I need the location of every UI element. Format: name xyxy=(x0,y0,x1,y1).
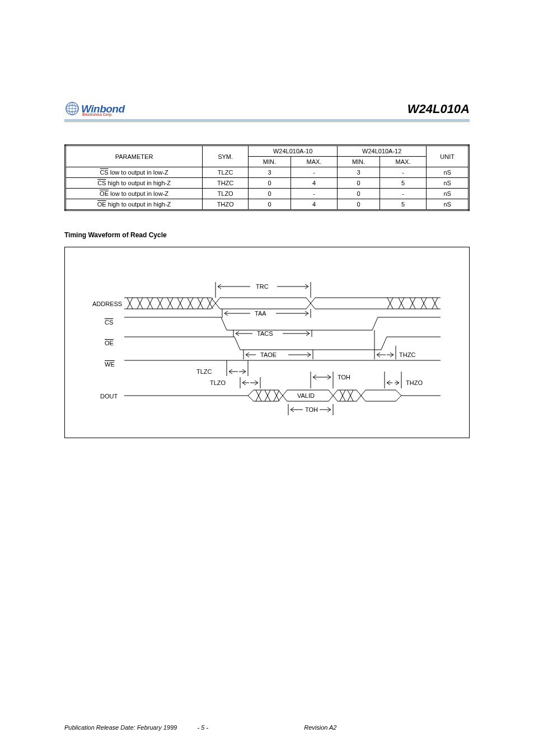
part-number: W24L010A xyxy=(64,102,470,116)
taa-dim xyxy=(222,309,311,318)
svg-line-25 xyxy=(211,298,216,303)
svg-line-111 xyxy=(333,390,338,396)
cell-max: 4 xyxy=(291,178,337,189)
cell-label: OE high to output in high-Z xyxy=(65,199,203,210)
tlzc-label: TLZC xyxy=(196,368,212,375)
th-p10: W24L010A-10 xyxy=(249,145,338,157)
svg-line-34 xyxy=(311,303,315,309)
svg-line-106 xyxy=(283,396,287,401)
tlzo-label: TLZO xyxy=(210,379,226,386)
svg-line-63 xyxy=(235,337,240,350)
header-rule xyxy=(64,120,470,120)
tacs-label: TACS xyxy=(257,330,273,337)
valid-label: VALID xyxy=(297,392,315,399)
cell-max: - xyxy=(380,189,426,199)
cell-unit: nS xyxy=(427,167,469,178)
cell-min: 0 xyxy=(338,189,380,199)
tlzo-dim xyxy=(240,377,260,388)
cell-unit: nS xyxy=(427,178,469,189)
th-p12: W24L010A-12 xyxy=(338,145,427,157)
th-parameter: PARAMETER xyxy=(65,145,203,167)
signal-label-we: WE xyxy=(105,361,115,368)
cell-sym: THZO xyxy=(203,199,249,210)
svg-line-33 xyxy=(311,298,315,303)
svg-line-94 xyxy=(248,396,254,401)
taa-label: TAA xyxy=(255,310,266,317)
svg-line-27 xyxy=(216,298,220,303)
signal-label-oe: OE xyxy=(105,340,114,346)
footer-page: - 5 - Revision A2 xyxy=(0,724,534,731)
thzo-label: THZO xyxy=(406,379,423,386)
header-block: Winbond Electronics Corp. W24L010A xyxy=(64,101,470,122)
svg-line-126 xyxy=(396,396,401,401)
oe-waveform xyxy=(124,337,441,350)
cell-max: - xyxy=(291,189,337,199)
timing-diagram: ADDRESS xyxy=(64,247,470,438)
cell-max: - xyxy=(380,167,426,178)
taoe-label: TAOE xyxy=(260,351,277,358)
cell-label: CS high to output in high-Z xyxy=(65,178,203,189)
cell-min: 0 xyxy=(338,178,380,189)
svg-line-122 xyxy=(361,396,366,401)
th-max: MAX. xyxy=(380,157,426,167)
svg-line-54 xyxy=(221,317,227,330)
address-waveform xyxy=(124,298,441,309)
svg-line-119 xyxy=(357,390,361,396)
cell-min: 3 xyxy=(338,167,380,178)
svg-line-103 xyxy=(278,390,283,396)
svg-line-110 xyxy=(329,396,333,401)
cell-sym: TLZO xyxy=(203,189,249,199)
globe-icon xyxy=(64,101,80,116)
cell-min: 3 xyxy=(249,167,291,178)
cell-unit: nS xyxy=(427,189,469,199)
cell-label: OE low to output in low-Z xyxy=(65,189,203,199)
cell-min: 0 xyxy=(249,199,291,210)
cs-waveform xyxy=(124,317,441,330)
th-min: MIN. xyxy=(338,157,380,167)
svg-line-105 xyxy=(283,390,287,396)
cell-max: 4 xyxy=(291,199,337,210)
trc-label: TRC xyxy=(256,283,269,290)
cell-max: 5 xyxy=(380,199,426,210)
table-row: CS low to output in low-Z TLZC 3 - 3 - n… xyxy=(65,167,469,178)
thzo-dim xyxy=(385,372,401,388)
th-sym: SYM. xyxy=(203,145,249,167)
parameter-table: PARAMETER SYM. W24L010A-10 W24L010A-12 U… xyxy=(64,144,470,211)
signal-label-dout: DOUT xyxy=(100,393,118,400)
toh-label: TOH xyxy=(338,374,350,381)
cell-unit: nS xyxy=(427,199,469,210)
svg-line-104 xyxy=(278,396,283,401)
table-row: CS high to output in high-Z THZC 0 4 0 5… xyxy=(65,178,469,189)
thzc-label: THZC xyxy=(399,351,415,358)
table-row: OE low to output in low-Z TLZO 0 - 0 - n… xyxy=(65,189,469,199)
svg-line-28 xyxy=(216,303,220,309)
cell-max: 5 xyxy=(380,178,426,189)
svg-line-109 xyxy=(329,390,333,396)
table-row: OE high to output in high-Z THZO 0 4 0 5… xyxy=(65,199,469,210)
svg-line-121 xyxy=(361,390,366,396)
svg-line-93 xyxy=(248,390,254,396)
svg-line-65 xyxy=(381,337,387,350)
section-title: Timing Waveform of Read Cycle xyxy=(64,231,470,239)
th-min: MIN. xyxy=(249,157,291,167)
cell-label: CS low to output in low-Z xyxy=(65,167,203,178)
logo-subtext: Electronics Corp. xyxy=(81,113,125,117)
cell-sym: TLZC xyxy=(203,167,249,178)
svg-line-31 xyxy=(306,298,311,303)
signal-label-cs: CS xyxy=(105,319,113,326)
table-header-row: PARAMETER SYM. W24L010A-10 W24L010A-12 U… xyxy=(65,145,469,157)
th-max: MAX. xyxy=(291,157,337,167)
cell-max: - xyxy=(291,167,337,178)
svg-line-120 xyxy=(357,396,361,401)
dout-waveform xyxy=(124,390,441,401)
toh-label2: TOH xyxy=(305,406,318,413)
svg-line-112 xyxy=(333,396,338,401)
cell-sym: THZC xyxy=(203,178,249,189)
svg-line-56 xyxy=(372,317,378,330)
svg-line-32 xyxy=(306,303,311,309)
signal-label-address: ADDRESS xyxy=(92,300,122,307)
taoe-dim xyxy=(243,350,313,359)
cell-min: 0 xyxy=(249,178,291,189)
svg-line-26 xyxy=(211,303,216,309)
tlzc-dim xyxy=(227,360,248,376)
